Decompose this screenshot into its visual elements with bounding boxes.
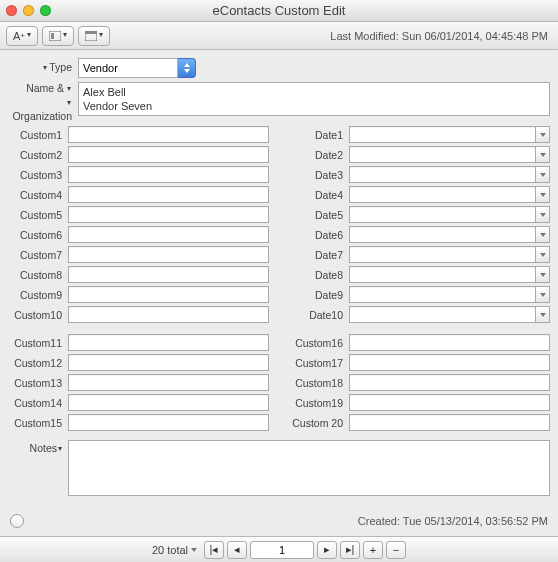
- field-input[interactable]: [68, 394, 269, 411]
- field-input[interactable]: [349, 306, 536, 323]
- content-area: ▾ Type Name & ▾ ▾ Organization Alex Bell…: [0, 50, 558, 496]
- field-input[interactable]: [349, 286, 536, 303]
- field-row: Date3: [289, 166, 550, 183]
- record-number-field[interactable]: [250, 541, 314, 559]
- dropdown-icon[interactable]: [536, 246, 550, 263]
- field-row: Custom17: [289, 354, 550, 371]
- field-label: Custom5: [8, 209, 68, 221]
- field-input[interactable]: [349, 206, 536, 223]
- type-stepper-icon[interactable]: [178, 58, 196, 78]
- dropdown-icon[interactable]: [536, 266, 550, 283]
- dropdown-icon[interactable]: [536, 146, 550, 163]
- field-row: Custom5: [8, 206, 269, 223]
- field-row: Custom6: [8, 226, 269, 243]
- dropdown-icon[interactable]: [536, 126, 550, 143]
- field-input[interactable]: [349, 126, 536, 143]
- dropdown-icon[interactable]: [536, 226, 550, 243]
- status-indicator-icon[interactable]: [10, 514, 24, 528]
- dropdown-icon[interactable]: [536, 186, 550, 203]
- field-input[interactable]: [349, 334, 550, 351]
- field-input[interactable]: [68, 126, 269, 143]
- titlebar: eContacts Custom Edit: [0, 0, 558, 22]
- field-label: Custom18: [289, 377, 349, 389]
- add-record-button[interactable]: +: [363, 541, 383, 559]
- field-input[interactable]: [68, 226, 269, 243]
- field-input[interactable]: [349, 226, 536, 243]
- total-records[interactable]: 20 total: [152, 544, 197, 556]
- close-icon[interactable]: [6, 5, 17, 16]
- field-input[interactable]: [349, 354, 550, 371]
- field-label: Custom1: [8, 129, 68, 141]
- field-label: Custom13: [8, 377, 68, 389]
- name-label: Name &: [26, 82, 64, 94]
- field-label: Custom7: [8, 249, 68, 261]
- dropdown-icon[interactable]: [536, 166, 550, 183]
- field-row: Custom10: [8, 306, 269, 323]
- field-input[interactable]: [68, 334, 269, 351]
- field-input[interactable]: [68, 246, 269, 263]
- org-label: Organization: [12, 110, 72, 122]
- notes-field[interactable]: [68, 440, 550, 496]
- created-label: Created: Tue 05/13/2014, 03:56:52 PM: [358, 515, 548, 527]
- delete-record-button[interactable]: −: [386, 541, 406, 559]
- field-input[interactable]: [68, 186, 269, 203]
- name-org-field[interactable]: Alex Bell Vendor Seven: [78, 82, 550, 116]
- field-row: Custom13: [8, 374, 269, 391]
- field-row: Date10: [289, 306, 550, 323]
- svg-rect-3: [85, 31, 97, 34]
- layout-button[interactable]: ▾: [42, 26, 74, 46]
- field-input[interactable]: [349, 146, 536, 163]
- field-input[interactable]: [68, 354, 269, 371]
- field-label: Date8: [289, 269, 349, 281]
- field-row: Custom19: [289, 394, 550, 411]
- next-record-button[interactable]: ▸: [317, 541, 337, 559]
- notes-label: Notes: [30, 442, 57, 454]
- field-input[interactable]: [68, 266, 269, 283]
- window-mode-button[interactable]: ▾: [78, 26, 110, 46]
- dropdown-icon[interactable]: [536, 206, 550, 223]
- field-row: Custom12: [8, 354, 269, 371]
- field-label: Date9: [289, 289, 349, 301]
- type-select[interactable]: [78, 58, 196, 78]
- field-input[interactable]: [68, 286, 269, 303]
- dropdown-icon[interactable]: [536, 286, 550, 303]
- field-input[interactable]: [349, 166, 536, 183]
- last-record-button[interactable]: ▸|: [340, 541, 360, 559]
- prev-record-button[interactable]: ◂: [227, 541, 247, 559]
- first-record-button[interactable]: |◂: [204, 541, 224, 559]
- field-input[interactable]: [68, 306, 269, 323]
- field-row: Custom18: [289, 374, 550, 391]
- field-input[interactable]: [68, 414, 269, 431]
- field-input[interactable]: [68, 374, 269, 391]
- last-modified-label: Last Modified: Sun 06/01/2014, 04:45:48 …: [330, 30, 552, 42]
- dropdown-icon[interactable]: [536, 306, 550, 323]
- field-row: Date4: [289, 186, 550, 203]
- field-label: Custom2: [8, 149, 68, 161]
- field-row: Custom3: [8, 166, 269, 183]
- minimize-icon[interactable]: [23, 5, 34, 16]
- field-input[interactable]: [68, 206, 269, 223]
- field-row: Custom9: [8, 286, 269, 303]
- field-label: Custom6: [8, 229, 68, 241]
- field-row: Date5: [289, 206, 550, 223]
- window-icon: [85, 31, 97, 41]
- field-input[interactable]: [349, 266, 536, 283]
- field-label: Date7: [289, 249, 349, 261]
- field-label: Custom9: [8, 289, 68, 301]
- font-size-button[interactable]: A+▾: [6, 26, 38, 46]
- field-input[interactable]: [68, 146, 269, 163]
- field-row: Custom1: [8, 126, 269, 143]
- field-input[interactable]: [349, 394, 550, 411]
- field-input[interactable]: [349, 414, 550, 431]
- zoom-icon[interactable]: [40, 5, 51, 16]
- field-label: Custom4: [8, 189, 68, 201]
- field-input[interactable]: [349, 374, 550, 391]
- field-label: Custom16: [289, 337, 349, 349]
- field-row: Custom11: [8, 334, 269, 351]
- type-input[interactable]: [78, 58, 178, 78]
- field-input[interactable]: [349, 246, 536, 263]
- field-input[interactable]: [68, 166, 269, 183]
- notes-row: Notes▾: [8, 440, 550, 496]
- field-input[interactable]: [349, 186, 536, 203]
- field-label: Date6: [289, 229, 349, 241]
